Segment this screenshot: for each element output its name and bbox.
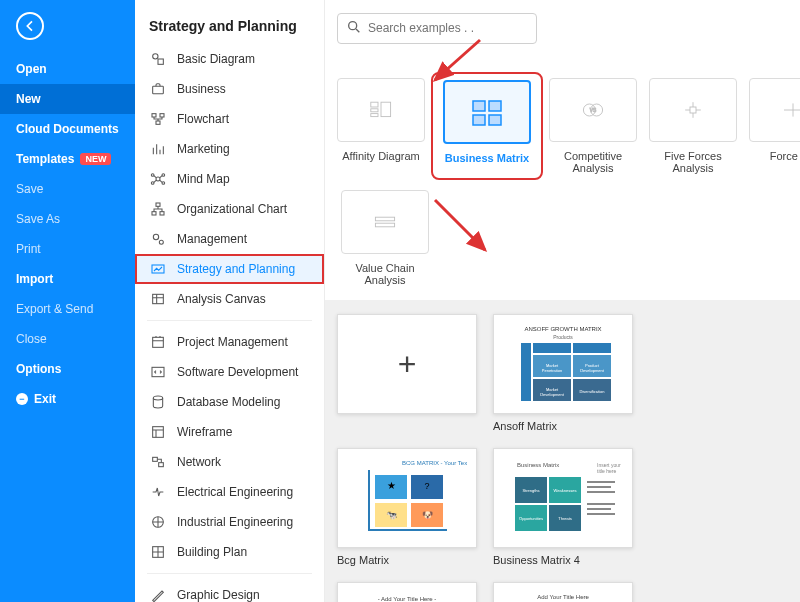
db-icon (149, 393, 167, 411)
mind-icon (149, 170, 167, 188)
type-thumb-icon (341, 190, 429, 254)
template-thumb: BCG MATRIX - Your Text Here★?🐄🐶 (337, 448, 477, 548)
category-item-strategy-and-planning[interactable]: Strategy and Planning (135, 254, 324, 284)
svg-text:Development: Development (540, 392, 564, 397)
type-card-business-matrix[interactable]: Business Matrix (439, 80, 535, 164)
flow-icon (149, 110, 167, 128)
svg-rect-39 (690, 107, 696, 113)
category-item-marketing[interactable]: Marketing (135, 134, 324, 164)
sidebar-item-cloud-documents[interactable]: Cloud Documents (0, 114, 135, 144)
search-box[interactable] (337, 13, 537, 44)
sidebar-item-print[interactable]: Print (0, 234, 135, 264)
sidebar-item-new[interactable]: New (0, 84, 135, 114)
sidebar-item-exit[interactable]: −Exit (0, 384, 135, 414)
template-business-matrix-4[interactable]: Business MatrixInsert yourtitle hereStre… (493, 448, 633, 566)
search-icon (346, 19, 362, 38)
type-card-five-forces-analysis[interactable]: Five Forces Analysis (649, 78, 737, 174)
code-icon (149, 363, 167, 381)
svg-text:🐄: 🐄 (386, 509, 398, 521)
category-item-software-development[interactable]: Software Development (135, 357, 324, 387)
shapes-icon (149, 50, 167, 68)
wire-icon (149, 423, 167, 441)
template-thumb: - Add Your Title Here -ABCD (337, 582, 477, 602)
svg-point-8 (162, 174, 165, 177)
category-item-flowchart[interactable]: Flowchart (135, 104, 324, 134)
category-item-label: Analysis Canvas (177, 292, 266, 306)
svg-rect-28 (371, 102, 378, 107)
type-card-label: Five Forces Analysis (649, 150, 737, 174)
template-business-matrix-5[interactable]: - Add Your Title Here -ABCDBusiness Matr… (337, 582, 477, 602)
sidebar-item-open[interactable]: Open (0, 54, 135, 84)
type-card-affinity-diagram[interactable]: Affinity Diagram (337, 78, 425, 174)
category-item-analysis-canvas[interactable]: Analysis Canvas (135, 284, 324, 314)
svg-rect-4 (160, 114, 164, 117)
category-item-electrical-engineering[interactable]: Electrical Engineering (135, 477, 324, 507)
sidebar-item-templates[interactable]: TemplatesNEW (0, 144, 135, 174)
category-item-wireframe[interactable]: Wireframe (135, 417, 324, 447)
ee-icon (149, 483, 167, 501)
svg-point-10 (162, 182, 165, 185)
svg-text:VS: VS (590, 108, 596, 113)
type-card-competitive-analysis[interactable]: VSCompetitive Analysis (549, 78, 637, 174)
sidebar-item-label: Save As (16, 212, 60, 226)
svg-rect-5 (156, 121, 160, 124)
svg-rect-21 (153, 427, 164, 438)
category-item-organizational-chart[interactable]: Organizational Chart (135, 194, 324, 224)
svg-text:🐶: 🐶 (422, 509, 434, 521)
category-item-label: Strategy and Planning (177, 262, 295, 276)
svg-rect-23 (159, 463, 164, 467)
ie-icon (149, 513, 167, 531)
category-item-label: Organizational Chart (177, 202, 287, 216)
type-card-value-chain-analysis[interactable]: Value Chain Analysis (337, 190, 433, 286)
svg-rect-33 (489, 101, 501, 111)
svg-rect-11 (156, 203, 160, 206)
sidebar-item-options[interactable]: Options (0, 354, 135, 384)
svg-rect-50 (521, 343, 531, 401)
search-input[interactable] (368, 21, 528, 35)
svg-text:Penetration: Penetration (542, 368, 562, 373)
category-heading: Strategy and Planning (135, 0, 324, 44)
svg-point-20 (153, 396, 162, 400)
new-badge: NEW (80, 153, 111, 165)
category-item-database-modeling[interactable]: Database Modeling (135, 387, 324, 417)
sidebar-item-label: Open (16, 62, 47, 76)
type-card-force-fie[interactable]: Force Fie (749, 78, 800, 174)
sidebar-item-label: Close (16, 332, 47, 346)
plus-icon: + (398, 346, 417, 383)
sidebar-item-save[interactable]: Save (0, 174, 135, 204)
category-item-project-management[interactable]: Project Management (135, 327, 324, 357)
type-card-label: Force Fie (749, 150, 800, 162)
svg-rect-45 (573, 343, 611, 353)
template-label: Ansoff Matrix (493, 414, 633, 432)
back-button[interactable] (16, 12, 44, 40)
template-label: Bcg Matrix (337, 548, 477, 566)
category-item-building-plan[interactable]: Building Plan (135, 537, 324, 567)
strategy-icon (149, 260, 167, 278)
sidebar-item-import[interactable]: Import (0, 264, 135, 294)
sidebar-item-label: Cloud Documents (16, 122, 119, 136)
template-blank[interactable]: + (337, 314, 477, 432)
category-item-business[interactable]: Business (135, 74, 324, 104)
sidebar-item-export-send[interactable]: Export & Send (0, 294, 135, 324)
svg-text:Development: Development (580, 368, 604, 373)
svg-text:★: ★ (387, 480, 396, 491)
sidebar-item-label: Templates (16, 152, 74, 166)
category-item-label: Wireframe (177, 425, 232, 439)
sidebar-item-label: Options (16, 362, 61, 376)
category-item-industrial-engineering[interactable]: Industrial Engineering (135, 507, 324, 537)
category-item-management[interactable]: Management (135, 224, 324, 254)
svg-rect-22 (153, 457, 158, 461)
category-item-basic-diagram[interactable]: Basic Diagram (135, 44, 324, 74)
category-item-mind-map[interactable]: Mind Map (135, 164, 324, 194)
template-business-matrix-6[interactable]: Add Your Title HereBusiness Matrix 6 (493, 582, 633, 602)
svg-text:Opportunities: Opportunities (519, 516, 543, 521)
category-item-network[interactable]: Network (135, 447, 324, 477)
sidebar-item-close[interactable]: Close (0, 324, 135, 354)
type-thumb-icon (749, 78, 800, 142)
svg-text:Business Matrix: Business Matrix (517, 462, 559, 468)
template-bcg-matrix[interactable]: BCG MATRIX - Your Text Here★?🐄🐶Bcg Matri… (337, 448, 477, 566)
sidebar-item-save-as[interactable]: Save As (0, 204, 135, 234)
category-item-graphic-design[interactable]: Graphic Design (135, 580, 324, 602)
canvas-icon (149, 290, 167, 308)
template-ansoff-matrix[interactable]: ANSOFF GROWTH MATRIXProductsMarketPenetr… (493, 314, 633, 432)
